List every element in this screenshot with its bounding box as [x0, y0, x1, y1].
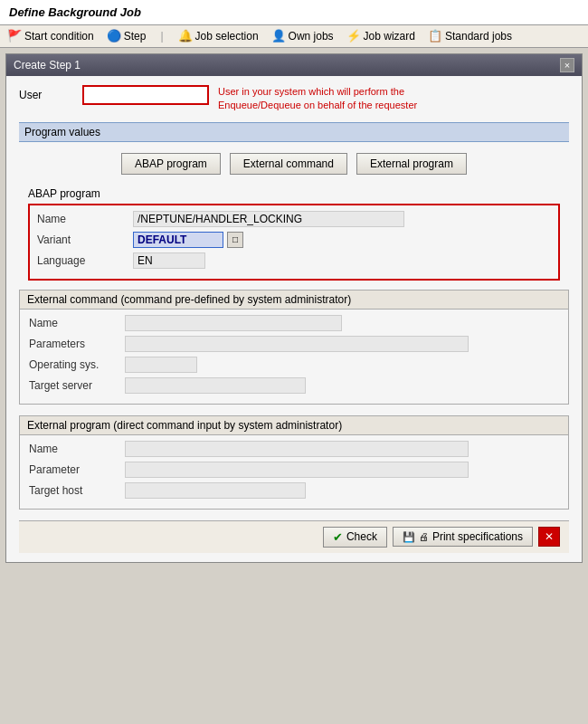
toolbar-start-condition-label: Start condition [24, 30, 94, 43]
dialog-content: User User in your system which will perf… [6, 76, 582, 562]
user-label: User [19, 85, 73, 101]
ext-cmd-name-label: Name [29, 317, 119, 329]
toolbar-separator: | [160, 30, 163, 43]
ext-cmd-os-input[interactable] [125, 357, 197, 373]
own-icon: 👤 [271, 29, 286, 43]
dialog-title: Create Step 1 [14, 59, 81, 71]
toolbar-step-label: Step [124, 30, 147, 43]
toolbar-job-wizard[interactable]: ⚡ Job wizard [346, 29, 415, 43]
print-button-label: Print specifications [432, 530, 523, 543]
dialog-close-button[interactable]: × [560, 58, 574, 72]
toolbar-step[interactable]: 🔵 Step [107, 29, 147, 43]
user-input-wrap [82, 85, 209, 105]
external-program-section: External program (direct command input b… [19, 415, 569, 510]
dialog-titlebar: Create Step 1 × [6, 54, 582, 76]
check-icon: ✔ [333, 530, 343, 544]
close-icon: ✕ [545, 530, 554, 543]
abap-language-row: Language [37, 252, 551, 269]
abap-language-label: Language [37, 254, 128, 267]
abap-name-label: Name [37, 213, 128, 225]
bottom-bar: ✔ Check 💾 🖨 Print specifications ✕ [19, 520, 569, 553]
step-icon: 🔵 [107, 29, 121, 43]
abap-name-input[interactable] [133, 211, 404, 227]
external-command-content: Name Parameters Operating sys. Target se… [20, 310, 568, 404]
ext-prog-param-input[interactable] [125, 462, 469, 478]
external-command-button[interactable]: External command [230, 153, 347, 175]
ext-prog-param-label: Parameter [29, 463, 119, 476]
ext-cmd-server-row: Target server [29, 377, 559, 394]
abap-program-button[interactable]: ABAP program [121, 153, 221, 175]
print-icon: 🖨 [419, 531, 429, 542]
toolbar-job-wizard-label: Job wizard [364, 30, 415, 43]
ext-prog-host-label: Target host [29, 484, 119, 497]
toolbar-own-jobs[interactable]: 👤 Own jobs [271, 29, 334, 43]
external-program-title: External program (direct command input b… [20, 416, 568, 435]
user-input[interactable] [82, 85, 209, 105]
ext-cmd-os-label: Operating sys. [29, 358, 119, 371]
ext-prog-host-input[interactable] [125, 482, 306, 499]
toolbar-own-jobs-label: Own jobs [289, 30, 334, 43]
abap-section-label: ABAP program [28, 187, 569, 200]
ext-prog-param-row: Parameter [29, 462, 559, 478]
ext-cmd-params-input[interactable] [125, 336, 469, 352]
check-button-label: Check [346, 530, 377, 543]
create-step-dialog: Create Step 1 × User User in your system… [5, 53, 583, 563]
abap-variant-row: Variant □ [37, 232, 551, 248]
check-button[interactable]: ✔ Check [323, 527, 387, 548]
cancel-button[interactable]: ✕ [538, 527, 560, 547]
ext-cmd-params-row: Parameters [29, 336, 559, 352]
external-command-section: External command (command pre-defined by… [19, 290, 569, 405]
program-buttons: ABAP program External command External p… [19, 149, 569, 178]
abap-language-input[interactable] [133, 252, 205, 269]
ext-prog-name-row: Name [29, 441, 559, 457]
save-icon: 💾 [403, 531, 415, 543]
abap-variant-label: Variant [37, 233, 128, 246]
abap-variant-group: □ [133, 232, 243, 248]
abap-program-group: Name Variant □ Language [28, 204, 560, 281]
toolbar-job-selection[interactable]: 🔔 Job selection [178, 29, 259, 43]
abap-name-row: Name [37, 211, 551, 227]
program-values-header: Program values [19, 122, 569, 142]
ext-cmd-params-label: Parameters [29, 338, 119, 350]
ext-prog-name-input[interactable] [125, 441, 469, 457]
ext-cmd-os-row: Operating sys. [29, 357, 559, 373]
std-icon: 📋 [428, 29, 442, 43]
ext-prog-name-label: Name [29, 443, 119, 455]
ext-cmd-name-input[interactable] [125, 315, 342, 331]
user-row: User User in your system which will perf… [19, 85, 569, 113]
external-program-button[interactable]: External program [356, 153, 467, 175]
toolbar: 🚩 Start condition 🔵 Step | 🔔 Job selecti… [0, 25, 588, 48]
toolbar-standard-jobs-label: Standard jobs [445, 30, 512, 43]
ext-cmd-server-input[interactable] [125, 377, 306, 394]
flag-icon: 🚩 [7, 29, 22, 43]
ext-prog-host-row: Target host [29, 482, 559, 499]
toolbar-start-condition[interactable]: 🚩 Start condition [7, 29, 94, 43]
ext-cmd-name-row: Name [29, 315, 559, 331]
external-program-content: Name Parameter Target host [20, 435, 568, 509]
abap-variant-input[interactable] [133, 232, 223, 248]
toolbar-job-selection-label: Job selection [195, 30, 259, 43]
window-title: Define Background Job [0, 0, 588, 25]
abap-variant-browse-button[interactable]: □ [227, 232, 243, 248]
title-text: Define Background Job [9, 5, 141, 19]
user-hint: User in your system which will perform t… [218, 85, 489, 113]
print-button[interactable]: 💾 🖨 Print specifications [393, 527, 533, 547]
ext-cmd-server-label: Target server [29, 379, 119, 392]
external-command-title: External command (command pre-defined by… [20, 291, 568, 310]
job-icon: 🔔 [178, 29, 193, 43]
toolbar-standard-jobs[interactable]: 📋 Standard jobs [428, 29, 512, 43]
wizard-icon: ⚡ [346, 29, 361, 43]
